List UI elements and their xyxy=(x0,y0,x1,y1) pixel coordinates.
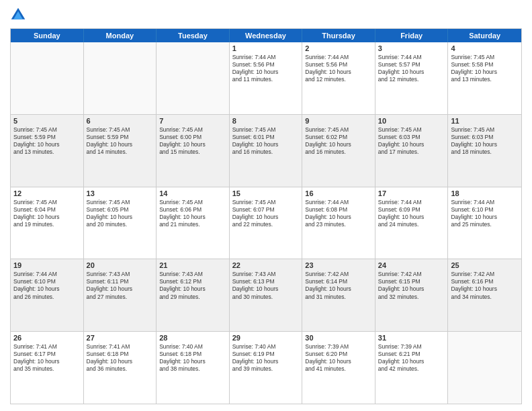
cell-line: and 14 minutes. xyxy=(87,148,154,156)
day-number: 7 xyxy=(159,117,226,125)
day-number: 16 xyxy=(305,189,372,197)
calendar-cell-20: 20Sunrise: 7:43 AMSunset: 6:11 PMDayligh… xyxy=(84,259,157,331)
calendar: SundayMondayTuesdayWednesdayThursdayFrid… xyxy=(10,28,522,404)
cell-line: Sunset: 6:06 PM xyxy=(159,206,226,214)
weekday-header-tuesday: Tuesday xyxy=(157,29,230,42)
day-number: 3 xyxy=(378,44,445,52)
day-number: 17 xyxy=(378,189,445,197)
cell-line: Sunrise: 7:44 AM xyxy=(232,54,300,61)
cell-line: and 12 minutes. xyxy=(378,76,445,83)
cell-line: Sunrise: 7:41 AM xyxy=(87,343,154,351)
cell-line: Sunset: 6:19 PM xyxy=(232,351,300,358)
calendar-cell-19: 19Sunrise: 7:44 AMSunset: 6:10 PMDayligh… xyxy=(11,259,84,331)
cell-line: and 25 minutes. xyxy=(451,221,519,228)
cell-line: and 31 minutes. xyxy=(305,293,372,301)
cell-line: and 16 minutes. xyxy=(305,148,372,156)
cell-line: Sunrise: 7:44 AM xyxy=(305,199,372,206)
cell-line: Sunrise: 7:42 AM xyxy=(305,271,372,278)
cell-line: and 26 minutes. xyxy=(13,293,81,301)
cell-line: Sunset: 5:57 PM xyxy=(378,61,445,68)
calendar-week-5: 26Sunrise: 7:41 AMSunset: 6:17 PMDayligh… xyxy=(11,332,521,404)
calendar-header-row: SundayMondayTuesdayWednesdayThursdayFrid… xyxy=(11,29,521,42)
calendar-cell-3: 3Sunrise: 7:44 AMSunset: 5:57 PMDaylight… xyxy=(375,42,449,114)
calendar-cell-8: 8Sunrise: 7:45 AMSunset: 6:01 PMDaylight… xyxy=(230,115,303,187)
cell-line: and 39 minutes. xyxy=(232,365,300,373)
day-number: 4 xyxy=(451,44,519,52)
cell-line: and 16 minutes. xyxy=(232,148,300,156)
cell-line: Daylight: 10 hours xyxy=(159,141,226,148)
calendar-cell-2: 2Sunrise: 7:44 AMSunset: 5:56 PMDaylight… xyxy=(302,42,375,114)
cell-line: Sunrise: 7:44 AM xyxy=(378,54,445,61)
cell-line: and 17 minutes. xyxy=(378,148,445,156)
cell-line: and 23 minutes. xyxy=(305,221,372,228)
day-number: 11 xyxy=(451,117,519,125)
cell-line: Sunset: 5:59 PM xyxy=(13,134,81,141)
cell-line: Daylight: 10 hours xyxy=(159,285,226,293)
cell-line: Sunrise: 7:44 AM xyxy=(305,54,372,61)
calendar-cell-12: 12Sunrise: 7:45 AMSunset: 6:04 PMDayligh… xyxy=(11,187,84,259)
calendar-cell-16: 16Sunrise: 7:44 AMSunset: 6:08 PMDayligh… xyxy=(302,187,375,259)
calendar-cell-10: 10Sunrise: 7:45 AMSunset: 6:03 PMDayligh… xyxy=(375,115,449,187)
weekday-header-monday: Monday xyxy=(84,29,157,42)
calendar-cell-26: 26Sunrise: 7:41 AMSunset: 6:17 PMDayligh… xyxy=(11,332,84,404)
cell-line: Sunset: 6:10 PM xyxy=(13,278,81,285)
day-number: 25 xyxy=(451,261,519,269)
calendar-cell-15: 15Sunrise: 7:45 AMSunset: 6:07 PMDayligh… xyxy=(230,187,303,259)
calendar-cell-5: 5Sunrise: 7:45 AMSunset: 5:59 PMDaylight… xyxy=(11,115,84,187)
day-number: 24 xyxy=(378,261,445,269)
calendar-cell-1: 1Sunrise: 7:44 AMSunset: 5:56 PMDaylight… xyxy=(230,42,303,114)
calendar-week-4: 19Sunrise: 7:44 AMSunset: 6:10 PMDayligh… xyxy=(11,259,521,332)
page: SundayMondayTuesdayWednesdayThursdayFrid… xyxy=(0,0,532,411)
cell-line: Daylight: 10 hours xyxy=(378,285,445,293)
cell-line: Daylight: 10 hours xyxy=(305,68,372,76)
cell-line: Sunset: 6:07 PM xyxy=(232,206,300,214)
cell-line: and 13 minutes. xyxy=(13,148,81,156)
calendar-cell-13: 13Sunrise: 7:45 AMSunset: 6:05 PMDayligh… xyxy=(84,187,157,259)
cell-line: Daylight: 10 hours xyxy=(378,141,445,148)
day-number: 15 xyxy=(232,189,300,197)
cell-line: Daylight: 10 hours xyxy=(232,214,300,221)
day-number: 27 xyxy=(87,334,154,342)
cell-line: Sunrise: 7:42 AM xyxy=(451,271,519,278)
cell-line: and 24 minutes. xyxy=(378,221,445,228)
calendar-cell-9: 9Sunrise: 7:45 AMSunset: 6:02 PMDaylight… xyxy=(302,115,375,187)
day-number: 9 xyxy=(305,117,372,125)
cell-line: Sunrise: 7:42 AM xyxy=(378,271,445,278)
day-number: 29 xyxy=(232,334,300,342)
weekday-header-sunday: Sunday xyxy=(11,29,84,42)
cell-line: Sunrise: 7:43 AM xyxy=(87,271,154,278)
cell-line: Sunset: 6:18 PM xyxy=(87,351,154,358)
cell-line: Sunset: 6:02 PM xyxy=(305,134,372,141)
cell-line: and 15 minutes. xyxy=(159,148,226,156)
cell-line: Sunrise: 7:39 AM xyxy=(305,343,372,351)
cell-line: Daylight: 10 hours xyxy=(451,68,519,76)
cell-line: Daylight: 10 hours xyxy=(13,285,81,293)
cell-line: Daylight: 10 hours xyxy=(13,358,81,365)
calendar-cell-7: 7Sunrise: 7:45 AMSunset: 6:00 PMDaylight… xyxy=(157,115,230,187)
cell-line: Daylight: 10 hours xyxy=(378,214,445,221)
cell-line: Sunrise: 7:44 AM xyxy=(13,271,81,278)
cell-line: Sunset: 5:59 PM xyxy=(87,134,154,141)
logo xyxy=(10,7,29,23)
cell-line: Sunrise: 7:45 AM xyxy=(13,126,81,134)
calendar-cell-25: 25Sunrise: 7:42 AMSunset: 6:16 PMDayligh… xyxy=(448,259,521,331)
cell-line: Sunrise: 7:41 AM xyxy=(13,343,81,351)
cell-line: and 13 minutes. xyxy=(451,76,519,83)
cell-line: and 19 minutes. xyxy=(13,221,81,228)
cell-line: and 38 minutes. xyxy=(159,365,226,373)
calendar-cell-empty xyxy=(11,42,84,114)
cell-line: Sunrise: 7:45 AM xyxy=(378,126,445,134)
calendar-cell-29: 29Sunrise: 7:40 AMSunset: 6:19 PMDayligh… xyxy=(230,332,303,404)
day-number: 18 xyxy=(451,189,519,197)
day-number: 23 xyxy=(305,261,372,269)
calendar-cell-empty xyxy=(448,332,521,404)
cell-line: Sunset: 6:09 PM xyxy=(378,206,445,214)
cell-line: Sunrise: 7:45 AM xyxy=(305,126,372,134)
day-number: 26 xyxy=(13,334,81,342)
cell-line: and 41 minutes. xyxy=(305,365,372,373)
cell-line: Sunrise: 7:39 AM xyxy=(378,343,445,351)
cell-line: Daylight: 10 hours xyxy=(232,285,300,293)
weekday-header-saturday: Saturday xyxy=(448,29,521,42)
day-number: 13 xyxy=(87,189,154,197)
cell-line: Daylight: 10 hours xyxy=(305,214,372,221)
